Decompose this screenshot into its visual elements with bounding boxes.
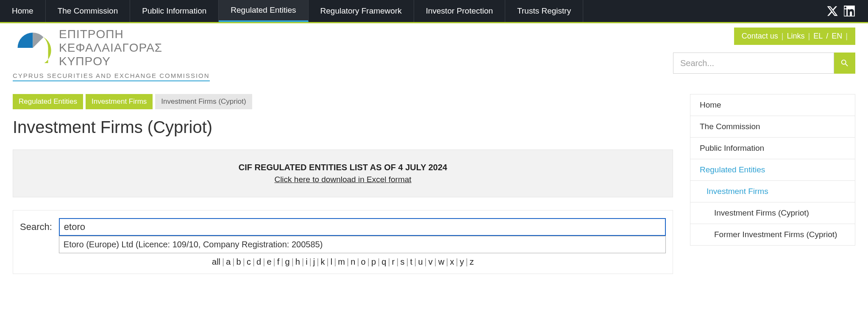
- cysec-logo-icon: [13, 29, 53, 67]
- side-investment-firms-cypriot[interactable]: Investment Firms (Cypriot): [690, 202, 855, 224]
- alpha-link-c[interactable]: c: [247, 257, 251, 266]
- nav-public-information[interactable]: Public Information: [130, 0, 219, 22]
- x-twitter-icon[interactable]: [826, 5, 838, 17]
- main-column: Regulated Entities Investment Firms Inve…: [13, 94, 673, 274]
- alpha-sep: |: [332, 257, 338, 266]
- alpha-sep: |: [308, 257, 313, 266]
- alpha-link-i[interactable]: i: [306, 257, 307, 266]
- entity-search-row: Search: Etoro (Europe) Ltd (Licence: 109…: [20, 218, 666, 236]
- alpha-sep: |: [376, 257, 381, 266]
- entity-search-input-wrap: Etoro (Europe) Ltd (Licence: 109/10, Com…: [59, 218, 666, 236]
- alpha-sep: |: [345, 257, 351, 266]
- alpha-sep: |: [412, 257, 418, 266]
- nav-regulatory-framework[interactable]: Regulatory Framework: [309, 0, 414, 22]
- alpha-sep: |: [386, 257, 392, 266]
- nav-commission[interactable]: The Commission: [46, 0, 131, 22]
- page-title: Investment Firms (Cypriot): [13, 118, 673, 137]
- alpha-link-a[interactable]: a: [226, 257, 231, 266]
- lang-sep: |: [846, 32, 848, 41]
- side-column: Home The Commission Public Information R…: [690, 94, 855, 274]
- alpha-link-v[interactable]: v: [428, 257, 433, 266]
- logo-greek-line3: ΚΥΠΡΟΥ: [59, 55, 162, 68]
- logo-greek-line2: ΚΕΦΑΛΑΙΑΓΟΡΑΣ: [59, 41, 162, 55]
- alpha-link-p[interactable]: p: [371, 257, 376, 266]
- links-link[interactable]: Links: [787, 32, 805, 41]
- alpha-link-s[interactable]: s: [400, 257, 404, 266]
- side-commission[interactable]: The Commission: [690, 116, 855, 138]
- contact-us-link[interactable]: Contact us: [742, 32, 778, 41]
- nav-regulated-entities[interactable]: Regulated Entities: [219, 0, 308, 22]
- nav-trusts-registry[interactable]: Trusts Registry: [505, 0, 583, 22]
- alpha-link-u[interactable]: u: [418, 257, 423, 266]
- logo-greek-text: ΕΠΙΤΡΟΠΗ ΚΕΦΑΛΑΙΑΓΟΡΑΣ ΚΥΠΡΟΥ: [59, 28, 162, 69]
- alpha-sep: |: [395, 257, 400, 266]
- linkedin-icon[interactable]: [843, 5, 855, 17]
- side-public-information[interactable]: Public Information: [690, 138, 855, 159]
- download-heading: CIF REGULATED ENTITIES LIST AS OF 4 JULY…: [26, 163, 660, 172]
- side-investment-firms[interactable]: Investment Firms: [690, 181, 855, 202]
- alpha-sep: |: [423, 257, 428, 266]
- alpha-sep: |: [454, 257, 460, 266]
- alpha-sep: |: [444, 257, 450, 266]
- download-box: CIF REGULATED ENTITIES LIST AS OF 4 JULY…: [13, 149, 673, 197]
- alpha-link-w[interactable]: w: [438, 257, 444, 266]
- alpha-sep: |: [279, 257, 285, 266]
- entity-search-label: Search:: [20, 221, 52, 233]
- top-nav: Home The Commission Public Information R…: [0, 0, 868, 23]
- alpha-link-d[interactable]: d: [256, 257, 261, 266]
- lang-sep: |: [782, 32, 784, 41]
- header-search-button[interactable]: [834, 53, 855, 74]
- main-wrap: Regulated Entities Investment Firms Inve…: [0, 81, 868, 287]
- alpha-link-h[interactable]: h: [295, 257, 300, 266]
- crumb-investment-firms[interactable]: Investment Firms: [86, 94, 153, 109]
- breadcrumb: Regulated Entities Investment Firms Inve…: [13, 94, 673, 109]
- side-former-investment-firms[interactable]: Former Investment Firms (Cypriot): [690, 224, 855, 245]
- alpha-sep: |: [355, 257, 361, 266]
- alpha-sep: |: [241, 257, 247, 266]
- alpha-link-g[interactable]: g: [285, 257, 290, 266]
- lang-slash: /: [826, 32, 828, 41]
- alpha-sep: |: [366, 257, 371, 266]
- entity-search-input[interactable]: [59, 218, 666, 236]
- lang-en-link[interactable]: EN: [832, 32, 842, 41]
- header-search-input[interactable]: [673, 53, 834, 74]
- side-menu: Home The Commission Public Information R…: [690, 94, 855, 246]
- alpha-link-o[interactable]: o: [361, 257, 366, 266]
- alpha-sep: |: [261, 257, 267, 266]
- alpha-link-e[interactable]: e: [267, 257, 271, 266]
- crumb-regulated-entities[interactable]: Regulated Entities: [13, 94, 83, 109]
- alpha-link-n[interactable]: n: [351, 257, 355, 266]
- search-icon: [840, 58, 849, 68]
- top-nav-items: Home The Commission Public Information R…: [0, 0, 583, 22]
- alpha-sep: |: [231, 257, 236, 266]
- alpha-filter-row: all|a|b|c|d|e|f|g|h|i|j|k|l|m|n|o|p|q|r|…: [20, 257, 666, 267]
- logo-row: ΕΠΙΤΡΟΠΗ ΚΕΦΑΛΑΙΑΓΟΡΑΣ ΚΥΠΡΟΥ: [13, 28, 162, 69]
- nav-home[interactable]: Home: [0, 0, 46, 22]
- alpha-link-x[interactable]: x: [450, 257, 454, 266]
- alpha-link-q[interactable]: q: [381, 257, 386, 266]
- alpha-link-z[interactable]: z: [470, 257, 474, 266]
- side-home[interactable]: Home: [690, 94, 855, 116]
- side-regulated-entities[interactable]: Regulated Entities: [690, 159, 855, 181]
- alpha-sep: |: [272, 257, 277, 266]
- alpha-link-k[interactable]: k: [320, 257, 325, 266]
- suggestion-item[interactable]: Etoro (Europe) Ltd (Licence: 109/10, Com…: [59, 236, 665, 253]
- lang-sep: |: [808, 32, 810, 41]
- alpha-sep: |: [433, 257, 438, 266]
- nav-investor-protection[interactable]: Investor Protection: [414, 0, 505, 22]
- alpha-link-y[interactable]: y: [460, 257, 464, 266]
- download-link[interactable]: Click here to download in Excel format: [26, 175, 660, 184]
- crumb-current: Investment Firms (Cypriot): [155, 94, 252, 109]
- alpha-sep: |: [290, 257, 295, 266]
- alpha-sep: |: [325, 257, 330, 266]
- alpha-sep: |: [404, 257, 410, 266]
- alpha-link-b[interactable]: b: [236, 257, 241, 266]
- alpha-sep: |: [300, 257, 306, 266]
- lang-el-link[interactable]: EL: [813, 32, 823, 41]
- header: ΕΠΙΤΡΟΠΗ ΚΕΦΑΛΑΙΑΓΟΡΑΣ ΚΥΠΡΟΥ CYPRUS SEC…: [0, 23, 868, 81]
- header-right: Contact us | Links | EL / EN |: [673, 28, 855, 74]
- entity-search-form: Search: Etoro (Europe) Ltd (Licence: 109…: [13, 210, 673, 274]
- alpha-link-all[interactable]: all: [212, 257, 220, 266]
- alpha-sep: |: [220, 257, 226, 266]
- alpha-link-m[interactable]: m: [338, 257, 345, 266]
